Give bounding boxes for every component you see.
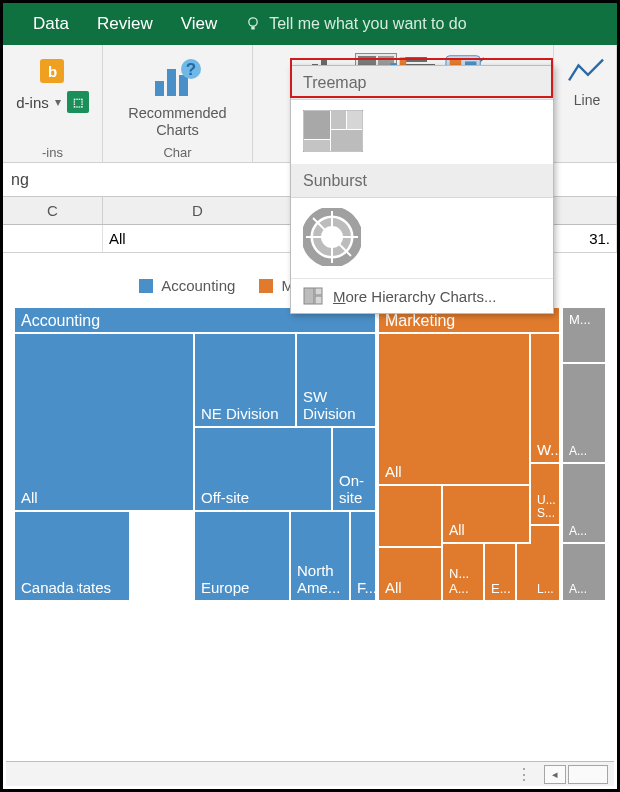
tm-mkt-all1: All [379,334,529,484]
svg-rect-28 [304,111,330,139]
tm-mkt-all2 [379,486,441,546]
tm-acct-onsite: On-site [333,428,375,510]
tm-acct-f: F... [351,512,375,600]
cell-D[interactable]: All [103,225,293,252]
tm-mgmt-a2: A... [563,464,605,542]
svg-text:?: ? [185,60,195,79]
drag-dots-icon: ⋮ [516,765,534,784]
scroll-left-button[interactable]: ◂ [544,765,566,784]
dropdown-header-treemap: Treemap [291,66,553,100]
tm-mkt-na: N...A... [443,544,483,600]
tm-mkt-e: E... [485,544,515,600]
tm-mkt-w: W... [531,334,559,462]
tm-acct-offsite: Off-site [195,428,331,510]
legend-swatch-marketing [259,279,273,293]
svg-rect-38 [304,288,314,304]
sparkline-line-icon[interactable] [564,53,610,89]
svg-point-0 [249,18,257,26]
svg-rect-3 [167,69,176,96]
tm-mkt-all4: All [443,486,529,542]
col-D[interactable]: D [103,197,293,224]
legend-label-accounting: Accounting [161,277,235,294]
tell-me-search[interactable]: Tell me what you want to do [245,15,466,33]
sheet-scroll-strip: ⋮ ◂ [6,761,614,786]
group-sparklines: Line [553,45,617,162]
tm-acct-all: All [15,334,193,510]
more-hierarchy-charts[interactable]: More Hierarchy Charts... [291,278,553,313]
dropdown-header-sunburst: Sunburst [291,164,553,198]
people-addin-icon[interactable]: ⬚ [67,91,89,113]
svg-rect-29 [304,140,330,151]
tm-acct-sw: SW Division [297,334,375,426]
sunburst-option[interactable] [303,208,361,270]
legend-swatch-accounting [139,279,153,293]
treemap-option[interactable] [303,110,363,156]
hierarchy-chart-dropdown: Treemap Sunburst More Hierarchy Charts..… [290,65,554,314]
tab-data[interactable]: Data [33,14,69,34]
recommended-charts-icon: ? [152,55,204,101]
tm-mgmt-a3: A... [563,544,605,600]
svg-rect-1 [252,27,255,30]
svg-rect-31 [347,111,362,129]
tm-mkt-l: L... [531,526,559,600]
tab-review[interactable]: Review [97,14,153,34]
ribbon-tabs: Data Review View Tell me what you want t… [3,3,617,45]
svg-rect-2 [155,81,164,96]
tm-mkt-all3: All [379,548,441,600]
tm-acct-na: North Ame... [291,512,349,600]
group-label-charts: Char [103,145,252,160]
addins-label: d-ins [16,94,49,111]
tm-mkt-blank2 [517,544,531,600]
tm-acct-ne: NE Division [195,334,295,426]
tm-mgmt-a1: A... [563,364,605,462]
bing-addin-icon[interactable]: b [31,55,73,87]
tm-acct-canada: Canada [15,512,77,600]
group-label-addins: -ins [3,145,102,160]
tab-view[interactable]: View [181,14,218,34]
cell-C[interactable] [3,225,103,252]
lightbulb-icon [245,16,261,32]
tm-acct-europe: Europe [195,512,289,600]
group-addins: b d-ins ▾ ⬚ -ins [3,45,103,162]
col-C[interactable]: C [3,197,103,224]
svg-rect-30 [331,111,346,129]
tell-me-placeholder: Tell me what you want to do [269,15,466,33]
treemap-plot: Accounting All United States Canada NE D… [15,308,605,648]
chevron-down-icon[interactable]: ▾ [55,95,61,109]
hierarchy-icon [303,287,323,305]
svg-rect-40 [315,296,322,304]
recommended-line2: Charts [128,122,226,139]
horizontal-scrollbar[interactable] [568,765,608,784]
svg-rect-32 [331,130,362,151]
sparkline-label: Line [574,92,600,108]
svg-rect-39 [315,288,322,295]
group-recommended-charts[interactable]: ? Recommended Charts Char [103,45,253,162]
formula-text: ng [11,171,29,189]
tm-mkt-us: U...S... [531,464,559,524]
recommended-line1: Recommended [128,105,226,122]
tm-mgmt-m: M... [563,308,605,362]
